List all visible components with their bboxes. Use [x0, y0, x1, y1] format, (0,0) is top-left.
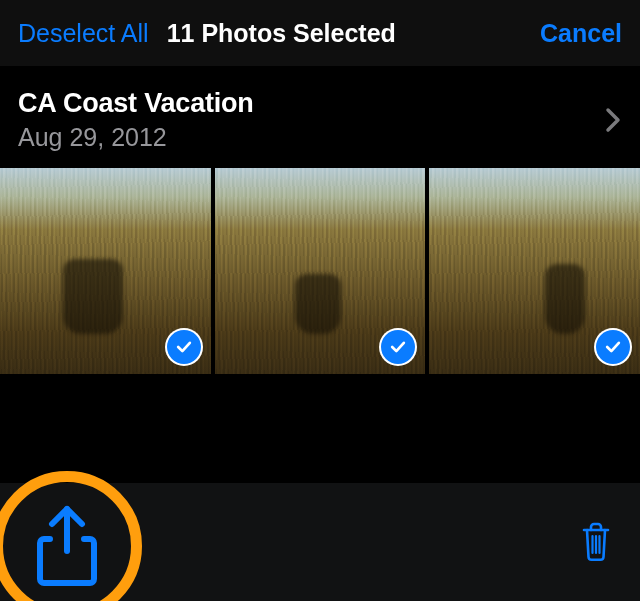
chevron-right-icon	[604, 106, 622, 134]
top-toolbar: Deselect All 11 Photos Selected Cancel	[0, 0, 640, 66]
album-title: CA Coast Vacation	[18, 88, 604, 119]
album-date: Aug 29, 2012	[18, 123, 604, 152]
album-header[interactable]: CA Coast Vacation Aug 29, 2012	[0, 66, 640, 168]
photo-thumbnail[interactable]	[215, 168, 426, 374]
selection-checkmark[interactable]	[596, 330, 630, 364]
share-button-highlight	[0, 471, 142, 601]
trash-icon	[578, 520, 614, 564]
deselect-all-button[interactable]: Deselect All	[18, 19, 149, 48]
photo-thumbnail-row	[0, 168, 640, 374]
annotation-circle	[0, 471, 142, 601]
photo-thumbnail[interactable]	[429, 168, 640, 374]
selection-count-title: 11 Photos Selected	[167, 19, 396, 48]
checkmark-icon	[388, 337, 408, 357]
delete-button[interactable]	[578, 520, 614, 564]
selection-checkmark[interactable]	[167, 330, 201, 364]
photo-thumbnail[interactable]	[0, 168, 211, 374]
checkmark-icon	[174, 337, 194, 357]
checkmark-icon	[603, 337, 623, 357]
cancel-button[interactable]: Cancel	[540, 19, 622, 48]
